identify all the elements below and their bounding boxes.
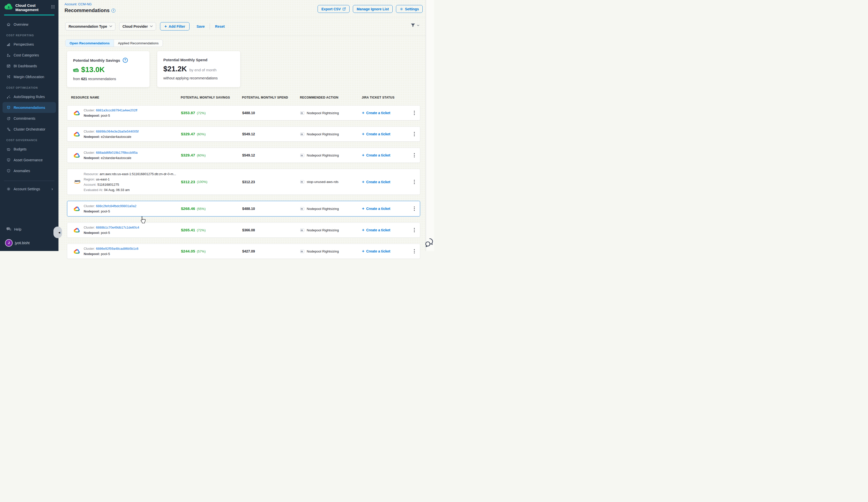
breadcrumb[interactable]: Account: CCM-NG: [64, 2, 92, 6]
sidebar-item-margin-obfuscation[interactable]: Margin Obfuscation: [0, 71, 59, 82]
filter-funnel-icon: [411, 23, 415, 28]
create-ticket-button[interactable]: +Create a ticket: [362, 132, 409, 137]
kebab-menu[interactable]: [409, 180, 420, 184]
tab-applied-recommendations[interactable]: Applied Recommendations: [114, 40, 163, 46]
sidebar-item-anomalies[interactable]: ! Anomalies: [0, 165, 59, 176]
hexagons-icon: [6, 127, 11, 132]
table-row[interactable]: aws Resource:arn:aws:rds:us-east-1:51161…: [67, 169, 420, 195]
sidebar-item-cost-categories[interactable]: Cost Categories: [0, 50, 59, 61]
sidebar-item-recommendations[interactable]: Recommendations: [2, 102, 56, 113]
svg-text:$: $: [76, 70, 77, 72]
manage-ignore-list-button[interactable]: Manage Ignore List: [353, 5, 393, 13]
recommended-action: Nodepool Rightsizing: [307, 228, 339, 232]
rightsizing-icon: [300, 111, 304, 115]
spend-value: $312.23: [242, 180, 255, 184]
recommended-action: Nodepool Rightsizing: [307, 132, 339, 136]
cluster-link[interactable]: 688add6fb019b17f9bccb95a: [96, 151, 138, 155]
user-name: jyoti.bisht: [15, 241, 30, 245]
reset-filter-button[interactable]: Reset: [215, 24, 225, 29]
table-row[interactable]: Cluster:6886e92f59a48cad86b5b1c6 Nodepoo…: [67, 244, 420, 251]
kebab-menu[interactable]: [409, 249, 420, 251]
sidebar-item-commitments[interactable]: Commitments: [0, 113, 59, 124]
sidebar-item-asset-governance[interactable]: $ Asset Governance: [0, 155, 59, 165]
spend-value: $488.10: [242, 207, 255, 211]
kebab-menu[interactable]: [409, 153, 420, 157]
export-csv-button[interactable]: Export CSV: [318, 5, 350, 13]
dashboard-icon: [6, 64, 11, 68]
app-title: Cloud Cost Management: [16, 3, 45, 12]
plus-icon: +: [362, 206, 364, 211]
cluster-link[interactable]: 6886e92f59a48cad86b5b1c6: [96, 247, 138, 251]
col-potential-monthly-savings: POTENTIAL MONTHLY SAVINGS: [181, 96, 242, 99]
recommendation-type-dropdown[interactable]: Recommendation Type: [65, 22, 115, 31]
sidebar-item-budgets[interactable]: $ Budgets: [0, 144, 59, 155]
create-ticket-button[interactable]: +Create a ticket: [362, 153, 409, 158]
support-chat-icon[interactable]: [424, 238, 434, 249]
table-row[interactable]: Cluster:6888b1c70e49db17c1de60c4 Nodepoo…: [67, 222, 420, 238]
table-row[interactable]: Cluster:68898c064e3e2ba0e544005f Nodepoo…: [67, 126, 420, 142]
cluster-link[interactable]: 6881a3ccc887941a4ee202ff: [96, 108, 137, 112]
recommendation-count: 621: [81, 77, 87, 81]
kebab-menu[interactable]: [409, 206, 420, 211]
kebab-menu[interactable]: [409, 228, 420, 232]
help-chat-icon: ?: [6, 227, 11, 232]
plus-icon: +: [362, 179, 364, 185]
user-menu[interactable]: J jyoti.bisht: [0, 238, 59, 248]
section-cost-governance: COST GOVERNANCE: [0, 139, 59, 143]
table-row[interactable]: Cluster:688add6fb019b17f9bccb95a Nodepoo…: [67, 148, 420, 163]
sidebar-item-cluster-orchestrator[interactable]: Cluster Orchestrator: [0, 124, 59, 135]
sidebar-item-perspectives[interactable]: Perspectives: [0, 39, 59, 50]
recommended-action: Nodepool Rightsizing: [307, 111, 339, 115]
sidebar-collapse-handle[interactable]: ◀: [53, 227, 62, 238]
create-ticket-button[interactable]: +Create a ticket: [362, 111, 409, 115]
scrollbar-track[interactable]: [426, 0, 434, 251]
svg-text:?: ?: [8, 228, 9, 230]
sidebar-item-help[interactable]: ? Help: [0, 224, 59, 234]
settings-button[interactable]: Settings: [396, 5, 423, 13]
gcp-icon: [74, 227, 81, 233]
filter-panel-button[interactable]: [411, 23, 420, 28]
kebab-menu[interactable]: [409, 111, 420, 115]
svg-text:!: !: [8, 170, 9, 171]
cluster-link[interactable]: 688c2fefc84fbdc99801a0a2: [96, 204, 136, 208]
table-row-selected[interactable]: Cluster:688c2fefc84fbdc99801a0a2 Nodepoo…: [67, 201, 420, 217]
question-icon[interactable]: ?: [123, 58, 128, 63]
table-row[interactable]: Cluster:6881a3ccc887941a4ee202ff Nodepoo…: [67, 105, 420, 121]
gear-icon: [400, 7, 403, 11]
app-grid-icon[interactable]: [51, 5, 55, 10]
info-icon[interactable]: i: [111, 9, 115, 13]
col-recommended-action: RECOMMENDED ACTION: [300, 96, 362, 99]
kebab-menu[interactable]: [409, 132, 420, 136]
collapse-arrow-icon: ◀: [58, 231, 60, 234]
rightsizing-icon: [300, 180, 304, 184]
create-ticket-button[interactable]: +Create a ticket: [362, 179, 409, 185]
cluster-link[interactable]: 6888b1c70e49db17c1de60c4: [96, 226, 139, 229]
sidebar-item-bi-dashboards[interactable]: BI Dashboards: [0, 61, 59, 71]
cluster-link[interactable]: 68898c064e3e2ba0e544005f: [96, 129, 138, 133]
sidebar-item-autostopping-rules[interactable]: AutoStopping Rules: [0, 91, 59, 102]
create-ticket-button[interactable]: +Create a ticket: [362, 249, 409, 251]
tab-open-recommendations[interactable]: Open Recommendations: [65, 40, 114, 46]
table-header: RESOURCE NAME POTENTIAL MONTHLY SAVINGS …: [67, 96, 420, 99]
spend-value: $488.10: [242, 111, 255, 115]
savings-value: $353.87: [181, 111, 195, 115]
savings-value: $268.46: [181, 206, 195, 211]
chevron-down-icon: [417, 25, 420, 26]
recommended-action: Nodepool Rightsizing: [307, 207, 339, 211]
spend-amount: $21.2K: [163, 65, 187, 73]
plus-icon: +: [362, 111, 364, 115]
cloud-provider-dropdown[interactable]: Cloud Provider: [119, 22, 156, 31]
add-filter-button[interactable]: + Add Filter: [160, 22, 189, 31]
sidebar-item-overview[interactable]: Overview: [0, 19, 59, 30]
toolbar-divider: [59, 35, 426, 36]
potential-monthly-spend-card: Potential Monthly Spend $21.2K by end of…: [157, 51, 240, 87]
savings-value: $312.23: [181, 180, 195, 184]
plus-icon: +: [362, 228, 364, 233]
sidebar-item-account-settings[interactable]: Account Settings ›: [0, 184, 59, 194]
main-content: Account: CCM-NG Recommendations i Export…: [59, 0, 434, 251]
chevron-down-icon: [110, 25, 112, 27]
create-ticket-button[interactable]: +Create a ticket: [362, 228, 409, 233]
save-filter-button[interactable]: Save: [197, 24, 205, 29]
shapes-icon: [6, 53, 11, 57]
create-ticket-button[interactable]: +Create a ticket: [362, 206, 409, 211]
